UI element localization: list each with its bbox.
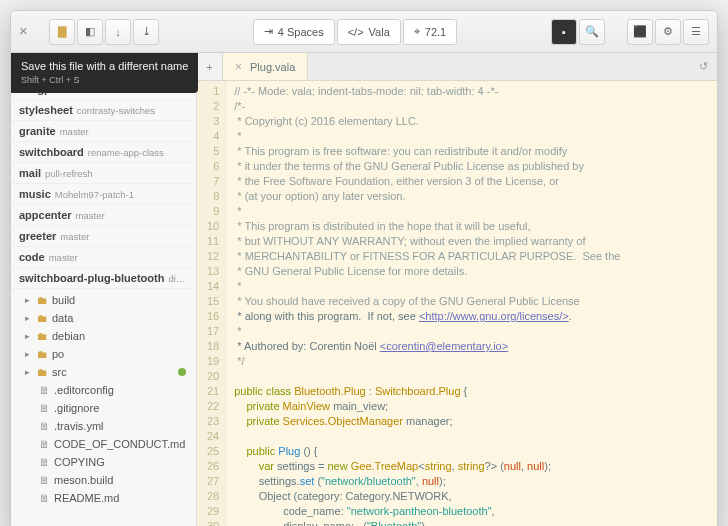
settings-button[interactable]: ⚙ (655, 19, 681, 45)
folder-row[interactable]: ▸🖿 src (11, 363, 196, 381)
file-row[interactable]: 🗎 CODE_OF_CONDUCT.md (11, 435, 196, 453)
project-item[interactable]: stylesheet contrasty-switches (11, 100, 196, 121)
save-button[interactable]: ↓ (105, 19, 131, 45)
file-icon: 🗎 (39, 438, 50, 450)
file-row[interactable]: 🗎 .gitignore (11, 399, 196, 417)
language-selector[interactable]: </>Vala (337, 19, 401, 45)
project-item[interactable]: granite master (11, 121, 196, 142)
folder-row[interactable]: ▸🖿 debian (11, 327, 196, 345)
zoom-selector[interactable]: ⌖72.1 (403, 19, 457, 45)
folder-icon: 🖿 (37, 348, 48, 360)
plugin-icon: ⬛ (633, 25, 647, 38)
project-item[interactable]: mail pull-refresh (11, 163, 196, 184)
file-row[interactable]: 🗎 meson.build (11, 471, 196, 489)
file-icon: 🗎 (39, 456, 50, 468)
search-button[interactable]: 🔍 (579, 19, 605, 45)
sidebar: wingpanel no-cmakestylesheet contrasty-s… (11, 53, 197, 526)
gear-icon: ⚙ (663, 25, 673, 38)
project-item[interactable]: greeter master (11, 226, 196, 247)
folder-row[interactable]: ▸🖿 data (11, 309, 196, 327)
tooltip: Save this file with a different name Shi… (11, 53, 198, 93)
terminal-button[interactable]: ▪ (551, 19, 577, 45)
search-icon: 🔍 (585, 25, 599, 38)
folder-icon: 🖿 (37, 294, 48, 306)
file-row[interactable]: 🗎 README.md (11, 489, 196, 507)
folder-row[interactable]: ▸🖿 build (11, 291, 196, 309)
line-gutter: 1234567891011121314151617181920212223242… (197, 81, 226, 526)
download-icon: ↓ (115, 26, 121, 38)
new-tab-button[interactable]: + (197, 53, 223, 80)
close-tab-icon[interactable]: × (235, 60, 242, 74)
file-tab[interactable]: × Plug.vala (223, 53, 308, 80)
open-folder-button[interactable]: ▇ (49, 19, 75, 45)
file-row[interactable]: 🗎 .travis.yml (11, 417, 196, 435)
editor-area: + × Plug.vala ↺ 123456789101112131415161… (197, 53, 717, 526)
project-item[interactable]: music Mohelm97-patch-1 (11, 184, 196, 205)
file-row[interactable]: 🗎 .editorconfig (11, 381, 196, 399)
file-row[interactable]: 🗎 COPYING (11, 453, 196, 471)
project-item[interactable]: code master (11, 247, 196, 268)
folder-icon: 🖿 (37, 330, 48, 342)
indent-icon: ⇥ (264, 25, 273, 38)
history-icon: ↺ (699, 60, 708, 73)
menu-button[interactable]: ☰ (683, 19, 709, 45)
status-dot (178, 368, 186, 376)
tab-bar: + × Plug.vala ↺ (197, 53, 717, 81)
file-icon: 🗎 (39, 420, 50, 432)
code-editor[interactable]: 1234567891011121314151617181920212223242… (197, 81, 717, 526)
indent-selector[interactable]: ⇥4 Spaces (253, 19, 335, 45)
folder-icon: ▇ (58, 25, 66, 38)
code-lines[interactable]: // -*- Mode: vala; indent-tabs-mode: nil… (226, 81, 628, 526)
menu-icon: ☰ (691, 25, 701, 38)
folder-icon: 🖿 (37, 366, 48, 378)
zoom-icon: ⌖ (414, 25, 420, 38)
app-window: × ▇ ◧ ↓ ⤓ ⇥4 Spaces </>Vala ⌖72.1 ▪ 🔍 ⬛ … (10, 10, 718, 526)
code-icon: </> (348, 26, 364, 38)
project-item[interactable]: switchboard rename-app-class (11, 142, 196, 163)
save-as-icon: ⤓ (142, 25, 151, 38)
folder-row[interactable]: ▸🖿 po (11, 345, 196, 363)
project-item[interactable]: switchboard-plug-bluetooth di… (11, 268, 196, 289)
save-as-button[interactable]: ⤓ (133, 19, 159, 45)
plugin-button[interactable]: ⬛ (627, 19, 653, 45)
tab-label: Plug.vala (250, 61, 295, 73)
file-icon: 🗎 (39, 474, 50, 486)
document-icon: ◧ (85, 25, 95, 38)
window-close-button[interactable]: × (19, 22, 39, 42)
templates-button[interactable]: ◧ (77, 19, 103, 45)
file-icon: 🗎 (39, 492, 50, 504)
titlebar: × ▇ ◧ ↓ ⤓ ⇥4 Spaces </>Vala ⌖72.1 ▪ 🔍 ⬛ … (11, 11, 717, 53)
file-icon: 🗎 (39, 384, 50, 396)
terminal-icon: ▪ (562, 26, 566, 38)
project-item[interactable]: appcenter master (11, 205, 196, 226)
history-button[interactable]: ↺ (689, 53, 717, 80)
file-icon: 🗎 (39, 402, 50, 414)
folder-icon: 🖿 (37, 312, 48, 324)
